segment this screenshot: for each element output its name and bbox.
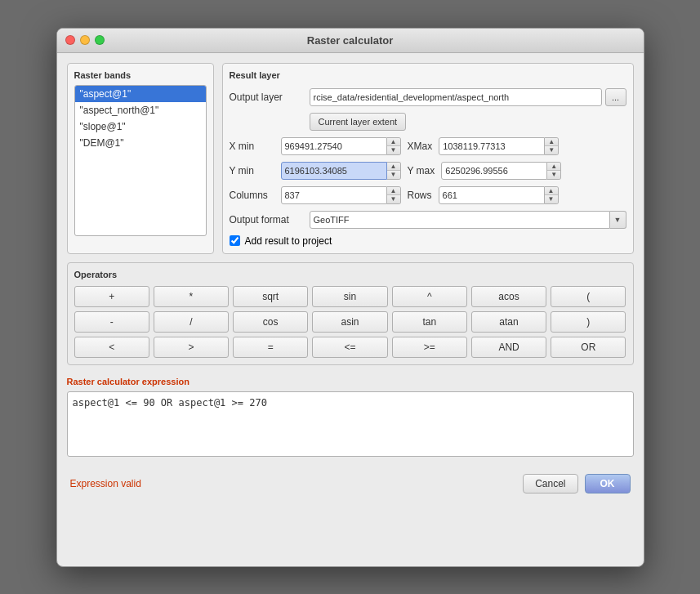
op-lte[interactable]: <= <box>312 337 387 358</box>
footer-row: Expression valid Cancel OK <box>67 474 634 494</box>
columns-up[interactable]: ▲ <box>387 187 400 196</box>
op-tan[interactable]: tan <box>392 311 467 333</box>
ymax-wrapper: ▲ ▼ <box>441 162 561 180</box>
op-cos[interactable]: cos <box>233 311 308 333</box>
chevron-down-icon: ▼ <box>614 216 622 224</box>
maximize-button[interactable] <box>95 35 105 45</box>
columns-spin: ▲ ▼ <box>387 186 401 204</box>
op-and[interactable]: AND <box>471 337 546 358</box>
output-path-wrapper: ... <box>310 88 626 106</box>
columns-down[interactable]: ▼ <box>387 195 400 203</box>
op-atan[interactable]: atan <box>471 311 546 333</box>
xmin-spin: ▲ ▼ <box>387 137 401 155</box>
rows-spin: ▲ ▼ <box>545 186 559 204</box>
ymax-input[interactable] <box>441 162 547 180</box>
xmin-xmax-row: X min ▲ ▼ XMax ▲ <box>230 137 626 155</box>
op-gt[interactable]: > <box>154 337 229 358</box>
operators-row-1: - / cos asin tan atan ) <box>74 311 626 333</box>
op-minus[interactable]: - <box>74 311 149 333</box>
xmax-wrapper: ▲ ▼ <box>439 137 559 155</box>
add-result-label: Add result to project <box>245 235 332 247</box>
output-format-input[interactable] <box>310 211 610 229</box>
output-format-row: Output format ▼ <box>230 211 626 229</box>
band-item-0[interactable]: "aspect@1" <box>75 86 206 102</box>
op-sqrt[interactable]: sqrt <box>233 286 308 307</box>
close-button[interactable] <box>65 35 75 45</box>
ymin-down[interactable]: ▼ <box>387 171 400 179</box>
op-multiply[interactable]: * <box>154 286 229 307</box>
traffic-lights <box>65 35 105 45</box>
result-layer-panel: Result layer Output layer ... Current la… <box>222 63 634 254</box>
columns-wrapper: ▲ ▼ <box>281 186 401 204</box>
ymax-label: Y max <box>408 165 435 176</box>
output-path-input[interactable] <box>310 88 602 106</box>
columns-input[interactable] <box>281 186 387 204</box>
add-result-row: Add result to project <box>230 235 626 247</box>
minimize-button[interactable] <box>80 35 90 45</box>
op-sin[interactable]: sin <box>312 286 387 307</box>
op-eq[interactable]: = <box>233 337 308 358</box>
output-layer-label: Output layer <box>230 92 303 103</box>
cancel-button[interactable]: Cancel <box>523 474 577 494</box>
ymin-wrapper: ▲ ▼ <box>281 162 401 180</box>
xmax-group: XMax ▲ ▼ <box>408 137 626 155</box>
extent-row: Current layer extent <box>230 113 626 131</box>
ymin-input[interactable] <box>281 162 387 180</box>
raster-bands-panel: Raster bands "aspect@1" "aspect_north@1"… <box>67 63 214 254</box>
xmin-wrapper: ▲ ▼ <box>281 137 401 155</box>
rows-input[interactable] <box>439 186 545 204</box>
expression-title: Raster calculator expression <box>67 377 634 386</box>
add-result-checkbox[interactable] <box>230 235 240 246</box>
ymax-spin: ▲ ▼ <box>547 162 561 180</box>
titlebar: Raster calculator <box>57 29 644 53</box>
ymax-group: Y max ▲ ▼ <box>408 162 626 180</box>
band-item-1[interactable]: "aspect_north@1" <box>75 102 206 118</box>
op-divide[interactable]: / <box>154 311 229 333</box>
xmax-down[interactable]: ▼ <box>545 146 558 154</box>
op-plus[interactable]: + <box>74 286 149 307</box>
columns-rows-row: Columns ▲ ▼ Rows ▲ <box>230 186 626 204</box>
ymin-up[interactable]: ▲ <box>387 163 400 172</box>
op-open-paren[interactable]: ( <box>551 286 626 307</box>
window-body: Raster bands "aspect@1" "aspect_north@1"… <box>57 53 644 503</box>
operators-row-0: + * sqrt sin ^ acos ( <box>74 286 626 307</box>
band-item-2[interactable]: "slope@1" <box>75 118 206 135</box>
rows-wrapper: ▲ ▼ <box>439 186 559 204</box>
output-format-arrow[interactable]: ▼ <box>610 211 626 229</box>
result-layer-title: Result layer <box>230 70 626 80</box>
browse-button[interactable]: ... <box>605 88 626 106</box>
op-asin[interactable]: asin <box>312 311 387 333</box>
output-format-label: Output format <box>230 214 303 226</box>
output-format-dropdown: ▼ <box>310 211 626 229</box>
status-label: Expression valid <box>70 478 141 489</box>
ymin-spin: ▲ ▼ <box>387 162 401 180</box>
ymax-up[interactable]: ▲ <box>547 163 560 172</box>
band-item-3[interactable]: "DEM@1" <box>75 135 206 151</box>
op-gte[interactable]: >= <box>392 337 467 358</box>
xmin-down[interactable]: ▼ <box>387 146 400 154</box>
top-section: Raster bands "aspect@1" "aspect_north@1"… <box>67 63 634 254</box>
operators-section: Operators + * sqrt sin ^ acos ( - / cos … <box>67 262 634 365</box>
ymax-down[interactable]: ▼ <box>547 171 560 179</box>
operators-row-2: < > = <= >= AND OR <box>74 337 626 358</box>
op-close-paren[interactable]: ) <box>551 311 626 333</box>
op-lt[interactable]: < <box>74 337 149 358</box>
ok-button[interactable]: OK <box>585 474 631 494</box>
raster-calculator-window: Raster calculator Raster bands "aspect@1… <box>56 28 644 567</box>
rows-down[interactable]: ▼ <box>545 195 558 203</box>
rows-up[interactable]: ▲ <box>545 187 558 196</box>
xmin-input[interactable] <box>281 137 387 155</box>
output-layer-row: Output layer ... <box>230 88 626 106</box>
op-caret[interactable]: ^ <box>392 286 467 307</box>
xmax-input[interactable] <box>439 137 545 155</box>
current-layer-extent-button[interactable]: Current layer extent <box>310 113 407 131</box>
xmin-up[interactable]: ▲ <box>387 138 400 147</box>
expression-textarea[interactable] <box>67 391 634 457</box>
op-or[interactable]: OR <box>551 337 626 358</box>
columns-label: Columns <box>230 190 274 201</box>
ymin-ymax-row: Y min ▲ ▼ Y max ▲ <box>230 162 626 180</box>
window-title: Raster calculator <box>307 34 394 47</box>
xmax-up[interactable]: ▲ <box>545 138 558 147</box>
footer-buttons: Cancel OK <box>523 474 630 494</box>
op-acos[interactable]: acos <box>471 286 546 307</box>
